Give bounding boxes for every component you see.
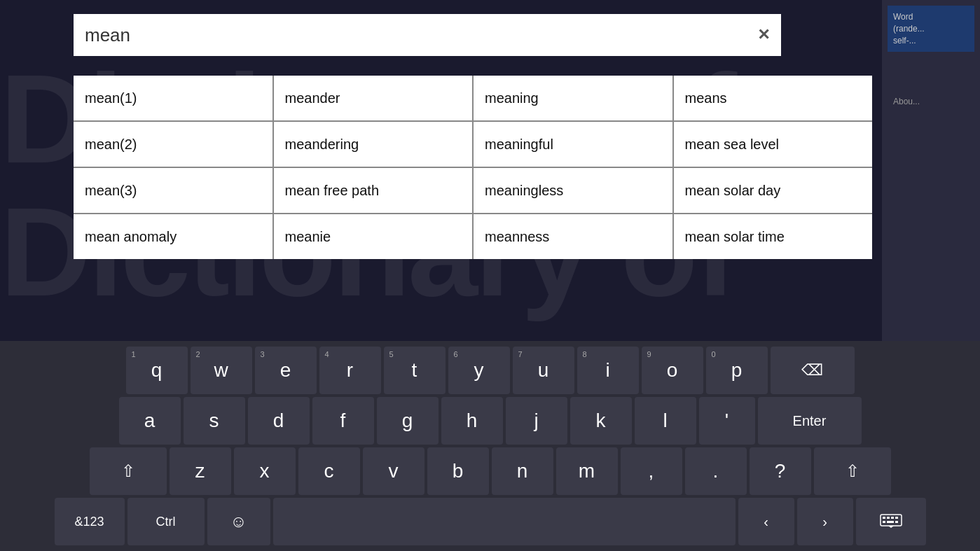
svg-rect-4 (895, 517, 898, 519)
about-card[interactable]: Abou... (888, 91, 974, 112)
suggestion-item-s9[interactable]: mean(3) (74, 168, 272, 213)
keyboard-row-3: ⇧ z x c v b n m , . ? ⇧ (3, 447, 977, 495)
svg-rect-1 (883, 517, 885, 519)
key-w[interactable]: 2w (191, 347, 252, 394)
keyboard-row-2: a s d f g h j k l ' Enter (3, 397, 977, 445)
key-symbol[interactable]: &123 (55, 498, 125, 545)
svg-rect-0 (881, 515, 902, 526)
key-enter[interactable]: Enter (758, 397, 862, 445)
key-j[interactable]: j (506, 397, 567, 445)
svg-rect-2 (887, 517, 890, 519)
key-emoji[interactable]: ☺ (207, 498, 270, 545)
suggestion-item-s1[interactable]: mean(1) (74, 76, 272, 120)
word-card[interactable]: Word(rande...self-... (888, 6, 974, 52)
key-z[interactable]: z (170, 447, 231, 495)
key-m[interactable]: m (556, 447, 618, 495)
suggestion-item-s15[interactable]: meanness (474, 214, 672, 259)
about-text: Abou... (893, 97, 969, 106)
key-apostrophe[interactable]: ' (699, 397, 755, 445)
key-keyboard[interactable] (856, 498, 926, 545)
key-s[interactable]: s (184, 397, 245, 445)
key-arrow-left[interactable]: ‹ (738, 498, 794, 545)
suggestion-item-s2[interactable]: meander (274, 76, 473, 120)
word-card-text: Word(rande...self-... (893, 11, 969, 46)
svg-rect-7 (895, 521, 898, 523)
suggestions-grid: mean(1)meandermeaningmeansmean(2)meander… (74, 76, 872, 259)
key-k[interactable]: k (570, 397, 632, 445)
suggestion-item-s3[interactable]: meaning (474, 76, 672, 120)
key-space[interactable] (273, 498, 736, 545)
key-question[interactable]: ? (750, 447, 811, 495)
key-v[interactable]: v (363, 447, 425, 495)
key-i[interactable]: 8i (577, 347, 639, 394)
search-box: ✕ (74, 14, 781, 56)
suggestion-item-s8[interactable]: mean sea level (674, 122, 873, 167)
key-u[interactable]: 7u (513, 347, 574, 394)
svg-rect-3 (891, 517, 894, 519)
suggestion-item-s4[interactable]: means (674, 76, 873, 120)
key-r[interactable]: 4r (319, 347, 381, 394)
search-container: ✕ (74, 14, 781, 56)
search-input[interactable] (85, 25, 757, 46)
key-c[interactable]: c (298, 447, 360, 495)
key-x[interactable]: x (234, 447, 296, 495)
suggestion-item-s6[interactable]: meandering (274, 122, 473, 167)
key-h[interactable]: h (441, 397, 503, 445)
suggestion-item-s12[interactable]: mean solar day (674, 168, 873, 213)
key-comma[interactable]: , (621, 447, 682, 495)
suggestion-item-s11[interactable]: meaningless (474, 168, 672, 213)
key-p[interactable]: 0p (706, 347, 768, 394)
suggestion-item-s16[interactable]: mean solar time (674, 214, 873, 259)
key-backspace[interactable]: ⌫ (771, 347, 855, 394)
key-l[interactable]: l (635, 397, 696, 445)
key-period[interactable]: . (685, 447, 747, 495)
key-d[interactable]: d (248, 397, 310, 445)
key-q[interactable]: 1q (126, 347, 188, 394)
key-shift-left[interactable]: ⇧ (90, 447, 167, 495)
key-t[interactable]: 5t (384, 347, 446, 394)
suggestion-item-s13[interactable]: mean anomaly (74, 214, 272, 259)
key-shift-right[interactable]: ⇧ (814, 447, 891, 495)
key-f[interactable]: f (312, 397, 374, 445)
key-a[interactable]: a (119, 397, 181, 445)
key-n[interactable]: n (492, 447, 553, 495)
key-e[interactable]: 3e (255, 347, 317, 394)
keyboard-row-1: 1q 2w 3e 4r 5t 6y 7u 8i 9o 0p ⌫ (3, 347, 977, 394)
keyboard: 1q 2w 3e 4r 5t 6y 7u 8i 9o 0p ⌫ a s d f … (0, 341, 980, 551)
key-b[interactable]: b (427, 447, 489, 495)
key-g[interactable]: g (377, 397, 439, 445)
suggestion-item-s10[interactable]: mean free path (274, 168, 473, 213)
svg-marker-8 (888, 526, 894, 528)
svg-rect-6 (887, 521, 894, 523)
clear-button[interactable]: ✕ (757, 27, 770, 43)
key-y[interactable]: 6y (448, 347, 510, 394)
svg-rect-5 (883, 521, 885, 523)
suggestion-item-s14[interactable]: meanie (274, 214, 473, 259)
key-ctrl[interactable]: Ctrl (127, 498, 205, 545)
key-arrow-right[interactable]: › (797, 498, 853, 545)
key-o[interactable]: 9o (642, 347, 703, 394)
suggestion-item-s7[interactable]: meaningful (474, 122, 672, 167)
suggestion-item-s5[interactable]: mean(2) (74, 122, 272, 167)
keyboard-row-4: &123 Ctrl ☺ ‹ › (3, 498, 977, 545)
